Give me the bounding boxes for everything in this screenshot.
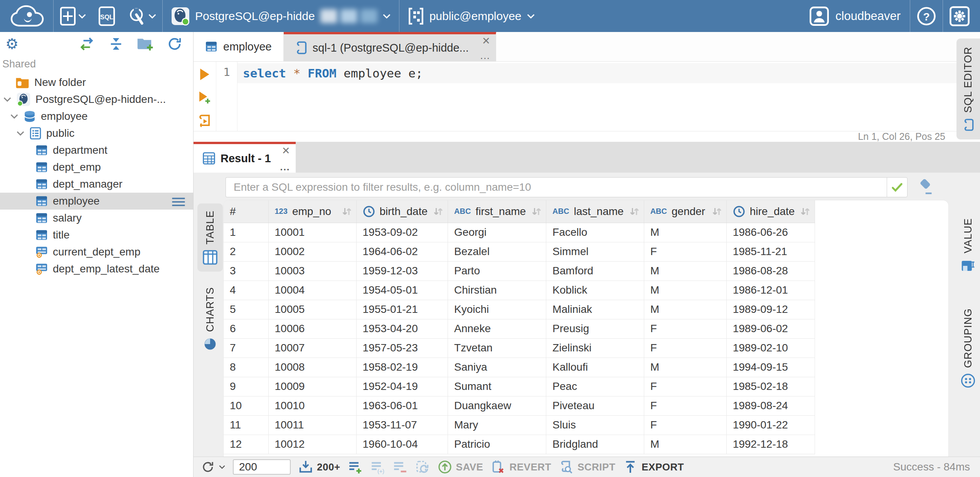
data-cell[interactable]: Zielinski [546, 338, 644, 358]
tab-more-icon[interactable]: ... [280, 163, 290, 172]
data-cell[interactable]: 1964-06-02 [356, 242, 448, 261]
item-menu-icon[interactable] [172, 197, 185, 209]
link-editor-sync-icon[interactable] [78, 37, 95, 51]
data-cell[interactable]: Chirstian [448, 280, 546, 300]
execute-new-tab-button[interactable] [198, 90, 211, 105]
tree-item-public[interactable]: public [0, 125, 193, 142]
data-cell[interactable]: 10003 [268, 261, 356, 280]
data-cell[interactable]: 1986-12-01 [726, 280, 815, 300]
new-sql-editor-button[interactable]: SQL [92, 0, 121, 32]
data-cell[interactable]: 1952-04-19 [356, 377, 448, 396]
user-menu[interactable]: cloudbeaver [800, 6, 910, 26]
data-cell[interactable]: F [644, 396, 726, 415]
sort-icon[interactable] [628, 206, 640, 217]
tab-grouping-panel[interactable]: GROUPING [957, 301, 979, 395]
driver-manager-button[interactable] [121, 0, 162, 32]
data-cell[interactable]: 1994-09-15 [726, 358, 815, 377]
data-cell[interactable]: 1992-12-18 [726, 435, 815, 454]
revert-button[interactable]: REVERT [491, 460, 551, 474]
row-number-cell[interactable]: 2 [224, 242, 268, 261]
column-header-last-name[interactable]: ABClast_name [546, 200, 644, 223]
tree-item-dept-emp-latest-date[interactable]: dept_emp_latest_date [0, 260, 193, 277]
data-cell[interactable]: 1986-06-26 [726, 223, 815, 242]
data-cell[interactable]: 1960-10-04 [356, 435, 448, 454]
data-cell[interactable]: Georgi [448, 223, 546, 242]
row-number-cell[interactable]: 3 [224, 261, 268, 280]
row-number-cell[interactable]: 4 [224, 280, 268, 300]
close-tab-icon[interactable]: ✕ [282, 146, 290, 156]
data-cell[interactable]: Patricio [448, 435, 546, 454]
data-cell[interactable]: Simmel [546, 242, 644, 261]
script-button[interactable]: SCRIPT [559, 460, 615, 474]
data-cell[interactable]: 10002 [268, 242, 356, 261]
column-header-gender[interactable]: ABCgender [644, 200, 726, 223]
data-cell[interactable]: Anneke [448, 319, 546, 338]
refresh-result-button[interactable] [201, 460, 225, 474]
expander-icon[interactable] [10, 114, 19, 119]
row-number-cell[interactable]: 6 [224, 319, 268, 338]
sort-icon[interactable] [799, 206, 811, 217]
close-tab-icon[interactable]: ✕ [482, 36, 490, 46]
row-limit-input[interactable] [233, 459, 291, 475]
data-cell[interactable]: Saniya [448, 358, 546, 377]
data-cell[interactable]: Preusig [546, 319, 644, 338]
data-cell[interactable]: 1957-05-23 [356, 338, 448, 358]
clear-filter-button[interactable] [916, 179, 934, 195]
data-cell[interactable]: 10007 [268, 338, 356, 358]
data-cell[interactable]: Parto [448, 261, 546, 280]
data-cell[interactable]: 1958-02-19 [356, 358, 448, 377]
new-connection-button[interactable] [54, 0, 92, 32]
row-number-cell[interactable]: 1 [224, 223, 268, 242]
data-cell[interactable]: Bamford [546, 261, 644, 280]
column-header-first-name[interactable]: ABCfirst_name [448, 200, 546, 223]
column-header-hire-date[interactable]: hire_date [726, 200, 815, 223]
row-number-cell[interactable]: 7 [224, 338, 268, 358]
collapse-all-icon[interactable] [108, 36, 124, 52]
execute-query-button[interactable] [199, 68, 210, 81]
data-cell[interactable]: Sumant [448, 377, 546, 396]
tree-item-salary[interactable]: salary [0, 210, 193, 227]
data-cell[interactable]: 10012 [268, 435, 356, 454]
filter-input[interactable] [226, 177, 887, 197]
row-number-cell[interactable]: 10 [224, 396, 268, 415]
data-cell[interactable]: Sluis [546, 415, 644, 435]
tab-sql-editor[interactable]: sql-1 (PostgreSQL@ep-hidde... ✕ ... [284, 32, 496, 61]
data-cell[interactable]: Bezalel [448, 242, 546, 261]
data-cell[interactable]: Peac [546, 377, 644, 396]
settings-button[interactable] [943, 0, 980, 32]
code-line[interactable]: select * FROM employee e; [237, 63, 980, 83]
column-header-birth-date[interactable]: birth_date [356, 200, 448, 223]
tree-item-employee[interactable]: employee [0, 108, 193, 125]
data-cell[interactable]: M [644, 280, 726, 300]
tree-item-dept-emp[interactable]: dept_emp [0, 159, 193, 176]
data-cell[interactable]: F [644, 319, 726, 338]
tab-result-1[interactable]: Result - 1 ✕ ... [194, 142, 296, 173]
data-cell[interactable]: Kalloufi [546, 358, 644, 377]
export-button[interactable]: EXPORT [623, 460, 684, 474]
data-cell[interactable]: 10010 [268, 396, 356, 415]
data-cell[interactable]: 1953-11-07 [356, 415, 448, 435]
data-cell[interactable]: 1985-02-18 [726, 377, 815, 396]
data-cell[interactable]: Facello [546, 223, 644, 242]
data-cell[interactable]: F [644, 242, 726, 261]
tree-item-current-dept-emp[interactable]: current_dept_emp [0, 244, 193, 260]
data-cell[interactable]: 1986-08-28 [726, 261, 815, 280]
row-number-cell[interactable]: 12 [224, 435, 268, 454]
data-cell[interactable]: 10005 [268, 300, 356, 319]
data-cell[interactable]: 1954-05-01 [356, 280, 448, 300]
data-cell[interactable]: 1989-08-24 [726, 396, 815, 415]
tab-charts-view[interactable]: CHARTS [197, 280, 223, 358]
tree-item-postgresql-ep-hidden[interactable]: PostgreSQL@ep-hidden-... [0, 91, 193, 108]
data-cell[interactable]: M [644, 435, 726, 454]
sidebar-settings-icon[interactable]: ⚙ [5, 37, 19, 51]
data-cell[interactable]: M [644, 358, 726, 377]
tab-table-view[interactable]: TABLE [197, 203, 223, 272]
data-cell[interactable]: Bridgland [546, 435, 644, 454]
data-cell[interactable]: Piveteau [546, 396, 644, 415]
code-area[interactable]: select * FROM employee e; [237, 62, 980, 131]
add-row-button[interactable] [348, 460, 363, 474]
new-folder-icon[interactable] [137, 37, 154, 51]
sort-icon[interactable] [530, 206, 542, 217]
tab-employee[interactable]: employee [194, 32, 284, 61]
data-cell[interactable]: M [644, 261, 726, 280]
